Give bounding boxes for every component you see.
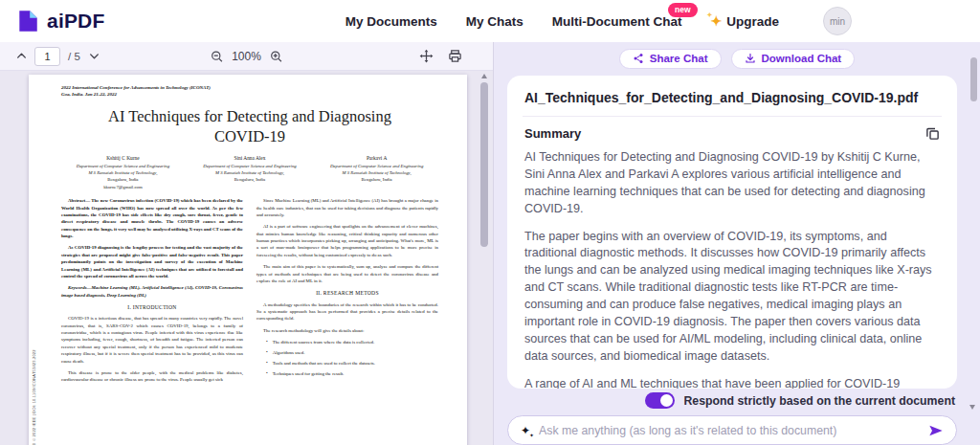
pdf-page: 2022 International Conference for Advanc… — [29, 75, 467, 445]
paper-right-column: Since Machine Learning (ML) and Artifici… — [256, 197, 438, 388]
main-content: / 5 100% — [0, 42, 980, 445]
share-chat-button[interactable]: Share Chat — [619, 49, 722, 69]
methods-paragraph: A methodology specifies the boundaries o… — [256, 301, 438, 323]
top-navbar: aiPDF My Documents My Chats Multi-Docume… — [0, 0, 980, 42]
download-chat-label: Download Chat — [762, 53, 842, 64]
chat-scrollbar-thumb[interactable] — [970, 57, 977, 101]
pdf-scrollbar[interactable] — [479, 71, 489, 445]
nav-upgrade[interactable]: ✦✦ Upgrade — [711, 14, 780, 29]
zoom-level-label: 100% — [232, 50, 261, 63]
nav-multi-document-chat[interactable]: Multi-Document Chat new — [552, 14, 682, 29]
keywords-paragraph: Keywords—Machine Learning (ML), Artifici… — [61, 284, 243, 299]
chat-panel: Share Chat Download Chat AI_Techniques_f… — [494, 42, 980, 445]
page-total-label: / 5 — [68, 51, 80, 62]
sparkle-icon: ✦✦ — [711, 14, 723, 28]
abstract-paragraph: Abstract— The new Coronavirus infection … — [61, 197, 243, 239]
pdf-sidebar-copyright-text: 2022 International Conference for Advanc… — [32, 199, 39, 445]
scrollbar-up-arrow-icon[interactable] — [481, 74, 487, 78]
download-chat-button[interactable]: Download Chat — [731, 49, 856, 69]
app-logo[interactable]: aiPDF — [15, 9, 105, 33]
nav-my-documents[interactable]: My Documents — [345, 14, 437, 29]
abstract-paragraph: As COVID-19 diagnosing is the lengthy pr… — [61, 244, 243, 279]
pdf-toolbar: / 5 100% — [0, 42, 493, 71]
pdf-page-content: 2022 International Conference for Advanc… — [29, 75, 467, 389]
scrollbar-down-arrow-icon[interactable] — [969, 405, 975, 410]
bullet-item: •Tools and methods that are used to coll… — [266, 360, 438, 367]
logo-text: aiPDF — [47, 10, 105, 33]
chat-actions: Share Chat Download Chat — [494, 49, 980, 69]
chat-scrollbar[interactable] — [969, 44, 978, 445]
share-chat-label: Share Chat — [650, 53, 708, 64]
share-icon — [633, 53, 644, 64]
ai-sparkle-icon: ✦✦ — [521, 425, 530, 436]
nav-multi-document-chat-label: Multi-Document Chat — [552, 14, 682, 29]
user-avatar[interactable]: min — [823, 7, 852, 35]
section-heading-introduction: I. INTRODUCTION — [61, 303, 243, 311]
divider — [523, 116, 942, 117]
bullet-item: •Algorithms used. — [266, 349, 438, 356]
body-paragraph: Since Machine Learning (ML) and Artifici… — [256, 197, 438, 218]
page-up-icon[interactable] — [15, 50, 28, 62]
intro-paragraph: COVID-19 is a infectious disease, that h… — [61, 315, 243, 365]
pdf-document-icon — [15, 9, 40, 33]
methods-paragraph: The research methodology will give the d… — [256, 327, 438, 334]
paper-left-column: Abstract— The new Coronavirus infection … — [61, 197, 243, 388]
pdf-scroll-area[interactable]: 2022 International Conference for Advanc… — [0, 71, 493, 445]
paper-title: AI Techniques for Detecting and Diagnosi… — [96, 107, 404, 146]
author-block: Parkavi A Department of Computer Science… — [317, 154, 436, 190]
strict-mode-label: Respond strictly based on the current do… — [683, 394, 955, 408]
body-paragraph: The main aim of this paper is to systema… — [256, 263, 438, 284]
download-icon — [745, 53, 756, 64]
send-button[interactable] — [928, 424, 944, 437]
conference-header-line1: 2022 International Conference for Advanc… — [61, 84, 438, 91]
section-heading-research-methods: II. RESEARCH METODS — [256, 289, 438, 297]
strict-mode-row: Respond strictly based on the current do… — [494, 392, 955, 409]
summary-heading: Summary — [524, 126, 581, 141]
zoom-out-icon[interactable] — [210, 50, 223, 63]
paper-columns: Abstract— The new Coronavirus infection … — [61, 197, 438, 388]
copy-icon[interactable] — [925, 126, 940, 141]
new-badge: new — [668, 3, 698, 17]
chat-input[interactable] — [539, 424, 920, 437]
document-title: AI_Techniques_for_Detecting_and_Diagnosi… — [524, 90, 940, 105]
pdf-scrollbar-thumb[interactable] — [480, 82, 488, 247]
pan-tool-icon[interactable] — [419, 49, 434, 63]
author-block: Kshitij C Kurne Department of Computer S… — [63, 154, 183, 190]
summary-header: Summary — [524, 126, 940, 141]
pdf-viewer-panel: / 5 100% — [0, 42, 494, 445]
summary-paragraph: The paper begins with an overview of COV… — [524, 229, 940, 366]
toggle-knob — [660, 394, 673, 407]
chat-input-bar: ✦✦ — [507, 415, 957, 445]
nav-upgrade-label: Upgrade — [726, 14, 779, 29]
toolbar-right-icons — [419, 49, 462, 63]
summary-paragraph: AI Techniques for Detecting and Diagnosi… — [524, 149, 940, 218]
paper-authors: Kshitij C Kurne Department of Computer S… — [63, 154, 436, 190]
strict-mode-toggle[interactable] — [645, 392, 675, 409]
bullet-item: •The different sources from where the da… — [266, 339, 438, 345]
body-paragraph: AI is a part of software engineering tha… — [256, 223, 438, 258]
main-nav: My Documents My Chats Multi-Document Cha… — [345, 7, 980, 35]
author-block: Sini Anna Alex Department of Computer Sc… — [190, 154, 310, 190]
summary-card: AI_Techniques_for_Detecting_and_Diagnosi… — [507, 76, 957, 389]
page-down-icon[interactable] — [88, 50, 100, 62]
print-icon[interactable] — [448, 49, 462, 63]
page-number-input[interactable] — [34, 47, 60, 66]
conference-header-line2: Goa, India. Jan 21-22, 2022 — [61, 91, 438, 98]
zoom-controls: 100% — [210, 50, 283, 63]
intro-paragraph: This disease is prone to the older peopl… — [61, 369, 243, 384]
summary-paragraph: A range of AI and ML techniques that hav… — [524, 376, 940, 389]
nav-my-chats[interactable]: My Chats — [466, 14, 523, 29]
zoom-in-icon[interactable] — [270, 50, 283, 63]
bullet-item: •Techniques used for getting the result. — [266, 370, 438, 377]
